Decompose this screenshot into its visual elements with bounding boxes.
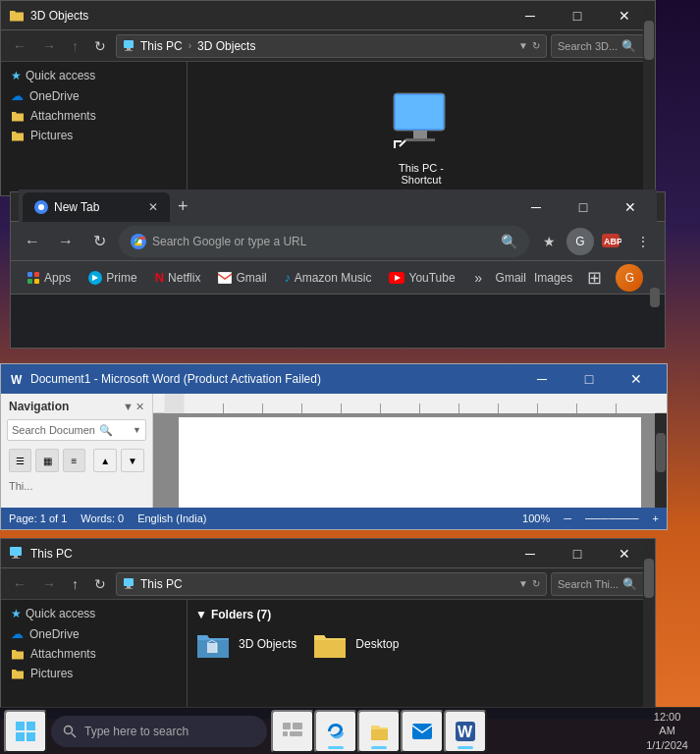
- this-pc-shortcut[interactable]: This PC -Shortcut: [378, 81, 464, 193]
- task-view-button[interactable]: [271, 710, 314, 753]
- address-bar-3d[interactable]: This PC › 3D Objects ▼ ↻: [116, 34, 547, 58]
- browser-refresh-button[interactable]: ↻: [85, 228, 113, 255]
- maximize-button[interactable]: □: [555, 1, 600, 30]
- this-pc-refresh-addr-icon[interactable]: ↻: [532, 578, 540, 589]
- this-pc-sidebar-quickaccess[interactable]: ★ Quick access: [1, 604, 187, 623]
- word-zoom-decrease-button[interactable]: ─: [564, 512, 571, 524]
- sidebar-attachments[interactable]: Attachments: [1, 106, 187, 126]
- word-zoom-slider[interactable]: ───────: [585, 512, 639, 524]
- word-close-button[interactable]: ✕: [614, 364, 659, 394]
- edge-taskbar-button[interactable]: [314, 710, 357, 753]
- word-scrollbar-thumb: [656, 433, 666, 472]
- this-pc-pictures-label: Pictures: [30, 667, 73, 680]
- sidebar-quickaccess[interactable]: ★ Quick access: [1, 66, 187, 85]
- extensions-button[interactable]: ABP: [598, 228, 625, 255]
- word-zoom-increase-button[interactable]: +: [653, 512, 659, 524]
- bookmark-amazon-music[interactable]: ♪ Amazon Music: [277, 267, 380, 289]
- folder-item-3dobjects[interactable]: 3D Objects: [195, 629, 296, 659]
- minimize-button[interactable]: ─: [508, 1, 553, 30]
- bookmark-youtube[interactable]: YouTube: [381, 267, 462, 289]
- this-pc-maximize-button[interactable]: □: [555, 539, 600, 568]
- images-link[interactable]: Images: [534, 271, 572, 285]
- this-pc-scrollbar[interactable]: [643, 539, 655, 719]
- taskbar-search-placeholder: Type here to search: [84, 725, 188, 738]
- svg-rect-47: [27, 732, 35, 741]
- scrollbar-3d[interactable]: [643, 1, 655, 195]
- this-pc-search-icon: 🔍: [622, 577, 637, 591]
- gmail-link[interactable]: Gmail: [496, 271, 526, 285]
- browser-maximize-button[interactable]: □: [561, 192, 606, 222]
- nav-result-view-button[interactable]: ≡: [63, 449, 85, 472]
- browser-close-button[interactable]: ✕: [608, 192, 653, 222]
- this-pc-refresh-button[interactable]: ↻: [88, 574, 112, 594]
- search-icon-browser: 🔍: [501, 234, 517, 249]
- this-pc-address-bar[interactable]: This PC ▼ ↻: [116, 572, 547, 596]
- mail-taskbar-button[interactable]: [401, 710, 444, 753]
- nav-close-button[interactable]: ✕: [135, 401, 144, 413]
- this-pc-sidebar-onedrive[interactable]: ☁ OneDrive: [1, 623, 187, 644]
- dropdown-arrow-icon[interactable]: ▼: [518, 40, 528, 51]
- forward-button[interactable]: →: [36, 36, 62, 56]
- refresh-button[interactable]: ↻: [88, 36, 112, 56]
- bookmark-apps[interactable]: Apps: [19, 267, 79, 289]
- nav-page-view-button[interactable]: ▦: [35, 449, 58, 472]
- close-button[interactable]: ✕: [602, 1, 647, 30]
- svg-line-49: [72, 733, 76, 737]
- new-tab-button[interactable]: +: [170, 196, 196, 217]
- this-pc-back-button[interactable]: ←: [7, 574, 32, 594]
- breadcrumb-thispc: This PC: [140, 39, 183, 53]
- tab-close-icon[interactable]: ✕: [148, 200, 158, 214]
- word-maximize-button[interactable]: □: [566, 364, 612, 394]
- bookmark-star-button[interactable]: ★: [535, 228, 563, 255]
- this-pc-dropdown-arrow-icon[interactable]: ▼: [518, 578, 528, 589]
- word-taskbar-button[interactable]: W: [444, 710, 487, 753]
- word-search-dropdown[interactable]: ▼: [133, 425, 141, 435]
- word-minimize-button[interactable]: ─: [519, 364, 565, 394]
- search-box-3d[interactable]: Search 3D... 🔍: [551, 34, 649, 58]
- attachments-label: Attachments: [30, 109, 96, 123]
- this-pc-close-button[interactable]: ✕: [602, 539, 647, 568]
- word-zoom: 100%: [522, 512, 550, 524]
- svg-rect-4: [396, 95, 443, 129]
- browser-forward-button[interactable]: →: [52, 228, 80, 255]
- nav-heading-view-button[interactable]: ☰: [9, 449, 31, 472]
- this-pc-search-box[interactable]: Search Thi... 🔍: [551, 572, 649, 596]
- folder-desktop-label: Desktop: [355, 637, 399, 651]
- bookmark-prime[interactable]: ▶ Prime: [81, 267, 144, 289]
- bookmark-gmail[interactable]: Gmail: [210, 267, 274, 289]
- this-pc-up-button[interactable]: ↑: [66, 574, 84, 594]
- browser-address-bar[interactable]: Search Google or type a URL 🔍: [119, 226, 529, 257]
- back-button[interactable]: ←: [7, 36, 32, 56]
- browser-minimize-button[interactable]: ─: [513, 192, 559, 222]
- up-button[interactable]: ↑: [66, 36, 84, 56]
- taskbar-search[interactable]: Type here to search: [51, 716, 267, 747]
- profile-button[interactable]: G: [566, 228, 594, 255]
- browser-back-button[interactable]: ←: [19, 228, 46, 255]
- this-pc-sidebar-pictures[interactable]: Pictures: [1, 664, 187, 683]
- word-search-box[interactable]: Search Documen 🔍 ▼: [7, 419, 146, 441]
- this-pc-sidebar-attachments[interactable]: Attachments: [1, 644, 187, 664]
- word-document: [179, 417, 641, 515]
- this-pc-forward-button[interactable]: →: [36, 574, 62, 594]
- nav-up-arrow-button[interactable]: ▲: [93, 449, 117, 472]
- bookmarks-more-button[interactable]: »: [465, 264, 492, 292]
- browser-tab-newtab[interactable]: New Tab ✕: [23, 192, 170, 222]
- sidebar-pictures[interactable]: Pictures: [1, 126, 187, 145]
- file-explorer-taskbar-button[interactable]: [357, 710, 401, 753]
- google-apps-button[interactable]: ⊞: [580, 264, 608, 292]
- file-explorer-3d-window: 3D Objects ─ □ ✕ ← → ↑ ↻ This PC › 3D Ob…: [0, 0, 656, 196]
- refresh-address-icon[interactable]: ↻: [532, 40, 540, 51]
- svg-rect-17: [34, 279, 39, 284]
- menu-button[interactable]: ⋮: [629, 228, 657, 255]
- this-pc-minimize-button[interactable]: ─: [508, 539, 553, 568]
- folder-item-desktop[interactable]: Desktop: [312, 629, 399, 659]
- avatar-initial: G: [625, 271, 634, 285]
- bookmark-netflix[interactable]: N Netflix: [147, 266, 209, 289]
- start-button[interactable]: [4, 710, 47, 753]
- nav-down-arrow-button[interactable]: ▼: [121, 449, 144, 472]
- sidebar-onedrive[interactable]: ☁ OneDrive: [1, 85, 187, 106]
- this-pc-attachments-label: Attachments: [30, 647, 96, 661]
- nav-settings-button[interactable]: ▼: [123, 401, 134, 413]
- google-top-bar: Gmail Images ⊞ G: [496, 264, 644, 292]
- google-profile-avatar[interactable]: G: [616, 264, 643, 292]
